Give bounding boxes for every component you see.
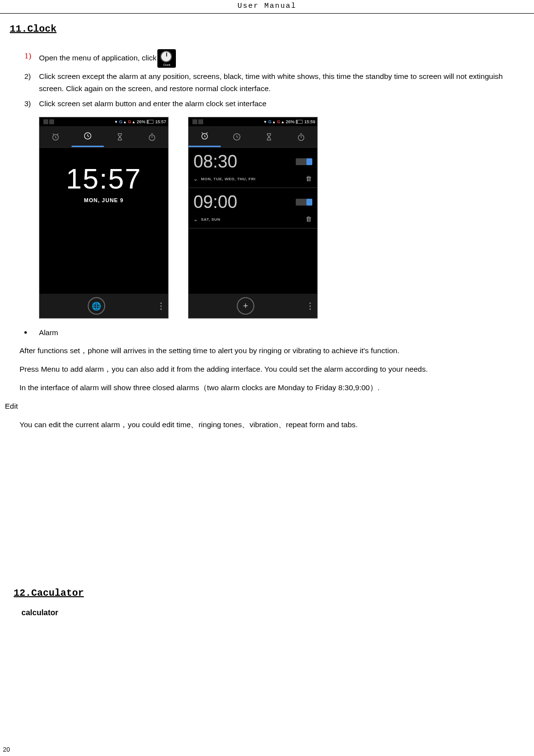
para-interface: In the interface of alarm will show thre… [19,381,529,395]
clock-time: 15:57 [39,162,168,195]
notif-icon [198,119,203,124]
signal-g-icon: G [277,119,280,124]
dot-icon [160,302,162,304]
para-edit: You can edit the current alarm，you could… [19,418,529,432]
step-1-number: 1) [24,49,39,62]
tab-stopwatch[interactable] [285,126,317,147]
chevron-down-icon[interactable]: ⌄ [193,216,198,223]
world-clock-button[interactable]: 🌐 [88,297,105,315]
battery-icon [296,120,303,124]
status-time: 15:57 [155,119,166,124]
svg-point-5 [298,135,304,141]
para-after-functions: After functions set，phone will arrives i… [19,344,529,358]
step-1-text: Open the menu of application, clickClock [39,49,529,68]
stopwatch-icon [147,132,157,142]
clock-date: MON, JUNE 9 [39,197,168,203]
signal-g-icon: G [119,119,122,124]
chevron-down-icon[interactable]: ⌄ [193,176,198,182]
tab-timer[interactable] [104,126,136,147]
page-header: User Manual [0,0,534,14]
signal-bars-icon: ▴ [124,119,126,124]
dot-icon [309,305,311,307]
dot-icon [160,305,162,307]
signal-g-icon: G [128,119,131,124]
shield-icon: ▾ [115,119,117,124]
alarm-days: SAT, SUN [201,217,221,222]
signal-bars-icon: ▴ [133,119,135,124]
svg-point-2 [149,135,155,141]
step-1-label: Open the menu of application, click [39,54,156,62]
signal-bars-icon: ▴ [282,119,284,124]
bottom-bar: + [189,294,317,318]
notif-icon [49,119,54,124]
menu-button[interactable] [153,302,168,310]
clock-tabs [189,126,317,148]
alarm-days: MON, TUE, WED, THU, FRI [201,177,256,181]
add-alarm-button[interactable]: + [237,297,254,315]
page-number: 20 [3,746,10,753]
plus-icon: + [243,301,248,311]
trash-icon: 🗑 [305,175,312,182]
alarm-icon [51,132,60,142]
status-bar: ▾ G ▴ G ▴ 26% 15:59 [189,117,317,126]
stopwatch-icon [296,132,306,142]
step-3-text: Click screen set alarm button and enter … [39,98,529,110]
battery-pct: 26% [136,119,145,124]
status-bar: ▾ G ▴ G ▴ 26% 15:57 [39,117,168,126]
clock-icon [232,132,242,142]
signal-g-icon: G [268,119,271,124]
calculator-subtitle: calculator [21,608,529,617]
section-calculator-title: 12.Caculator [14,587,529,599]
bullet-icon [24,331,27,334]
clock-icon-label: Clock [157,63,176,68]
step-1: 1) Open the menu of application, clickCl… [24,49,529,68]
tab-alarm[interactable] [189,126,221,147]
battery-pct: 26% [286,119,294,124]
globe-icon: 🌐 [92,302,101,311]
hourglass-icon [264,132,274,142]
edit-heading: Edit [5,399,529,413]
battery-icon [147,120,153,124]
status-time: 15:59 [304,119,315,124]
screenshot-clock: ▾ G ▴ G ▴ 26% 15:57 [39,117,169,319]
menu-button[interactable] [303,302,317,310]
bullet-alarm: Alarm [24,328,529,337]
alarm-time: 08:30 [193,151,237,172]
clock-display[interactable]: 15:57 MON, JUNE 9 [39,148,168,208]
alarm-toggle[interactable] [296,158,312,165]
step-3: 3) Click screen set alarm button and ent… [24,98,529,110]
hourglass-icon [115,132,125,142]
section-clock-title: 11.Clock [10,23,529,35]
step-2-number: 2) [24,71,39,82]
alarm-toggle[interactable] [296,199,312,206]
shield-icon: ▾ [264,119,267,124]
tab-clock[interactable] [221,126,253,147]
signal-bars-icon: ▴ [273,119,275,124]
tab-stopwatch[interactable] [136,126,168,147]
dot-icon [309,302,311,304]
clock-icon [83,131,93,141]
trash-icon: 🗑 [305,215,312,223]
alarm-time: 09:00 [193,192,237,212]
dot-icon [160,308,162,310]
delete-alarm-button[interactable]: 🗑 [305,175,312,183]
step-3-number: 3) [24,98,39,110]
tab-timer[interactable] [253,126,285,147]
clock-tabs [39,126,168,148]
notif-icon [43,119,48,124]
screenshot-alarm: ▾ G ▴ G ▴ 26% 15:59 [188,117,318,319]
bottom-bar: 🌐 [39,294,168,318]
step-2: 2) Click screen except the alarm at any … [24,71,529,95]
tab-clock[interactable] [72,126,104,147]
clock-app-icon: Clock [157,49,176,68]
tab-alarm[interactable] [39,126,72,147]
alarm-item[interactable]: 08:30 ⌄ MON, TUE, WED, THU, FRI 🗑 [189,148,317,188]
bullet-alarm-label: Alarm [39,328,58,337]
dot-icon [309,308,311,310]
alarm-item[interactable]: 09:00 ⌄ SAT, SUN 🗑 [189,188,317,228]
alarm-icon [200,131,210,141]
para-press-menu: Press Menu to add alarm，you can also add… [19,362,529,376]
step-2-text: Click screen except the alarm at any pos… [39,71,529,95]
notif-icon [192,119,197,124]
delete-alarm-button[interactable]: 🗑 [305,215,312,223]
